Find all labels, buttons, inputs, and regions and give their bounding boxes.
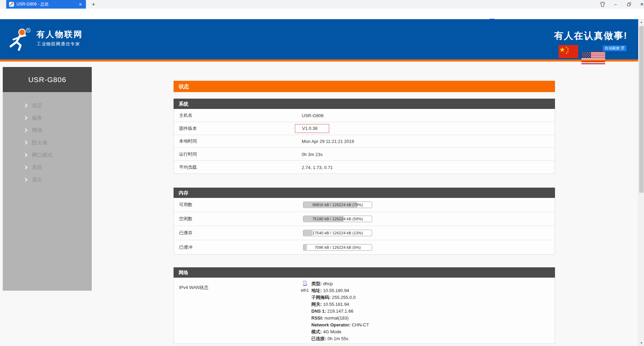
system-section-header: 系统 bbox=[174, 99, 555, 109]
browser-tab[interactable]: USR-G806 - 总览 ✕ bbox=[6, 0, 86, 9]
sidebar-item-services[interactable]: 服务 bbox=[3, 112, 92, 124]
restore-icon bbox=[627, 2, 631, 7]
tab-title: USR-G806 - 总览 bbox=[16, 1, 78, 7]
tab-close-icon[interactable]: ✕ bbox=[78, 2, 83, 7]
table-row-uptime: 运行时间 0h 3m 23s bbox=[174, 148, 555, 161]
sidebar: USR-G806 状态 服务 网络 防火墙 网口模式 系统 退出 bbox=[3, 67, 92, 291]
memory-progress-bar: 75180 kB / 126224 kB (59%) bbox=[303, 216, 372, 222]
memory-progress-bar: 7096 kB / 126224 kB (5%) bbox=[303, 244, 372, 250]
memory-section-header: 内存 bbox=[174, 188, 555, 198]
chevron-right-icon bbox=[23, 165, 27, 169]
device-name: USR-G806 bbox=[3, 67, 92, 92]
main-content: 状态 系统 主机名 USR-G806 固件版本 V1.0.38 本地时间 Mon… bbox=[174, 0, 555, 346]
site-favicon bbox=[9, 2, 14, 7]
ethernet-icon bbox=[302, 280, 308, 286]
auto-refresh-toggle[interactable]: 自动刷新 开 bbox=[603, 45, 626, 51]
memory-progress-bar: 99816 kB / 126224 kB (79%) bbox=[303, 202, 372, 208]
sidebar-item-status[interactable]: 状态 bbox=[3, 99, 92, 112]
table-row-mem-buffered: 已缓冲 7096 kB / 126224 kB (5%) bbox=[174, 240, 555, 254]
sidebar-item-port-mode[interactable]: 网口模式 bbox=[3, 149, 92, 161]
svg-text:R: R bbox=[27, 29, 29, 32]
page-title: 状态 bbox=[174, 81, 555, 92]
table-row-mem-cached: 已缓存 17540 kB / 126224 kB (13%) bbox=[174, 226, 555, 240]
skin-theme-button[interactable] bbox=[597, 0, 608, 9]
shirt-icon bbox=[600, 2, 606, 7]
page-scrollbar[interactable]: ▲ ▼ bbox=[638, 19, 644, 346]
window-close-button[interactable]: ✕ bbox=[636, 0, 644, 9]
table-row-firmware: 固件版本 V1.0.38 bbox=[174, 122, 555, 135]
table-row-hostname: 主机名 USR-G806 bbox=[174, 109, 555, 122]
us-flag-icon[interactable] bbox=[581, 52, 605, 64]
brand-title: 有人物联网 bbox=[36, 29, 83, 40]
window-restore-button[interactable] bbox=[623, 0, 634, 9]
chevron-right-icon bbox=[23, 153, 27, 157]
chevron-right-icon bbox=[23, 103, 27, 107]
chevron-right-icon bbox=[23, 178, 27, 181]
table-row-mem-free: 空闲数 75180 kB / 126224 kB (59%) bbox=[174, 212, 555, 226]
chevron-right-icon bbox=[23, 128, 27, 132]
memory-section: 内存 可用数 99816 kB / 126224 kB (79%) 空闲数 75… bbox=[174, 188, 555, 255]
svg-text:★: ★ bbox=[565, 52, 567, 55]
chevron-right-icon bbox=[23, 141, 27, 144]
table-row-load-average: 平均负载 2.74, 1.73, 0.71 bbox=[174, 161, 555, 174]
wan-details: 类型: dhcp 地址: 10.55.180.94 子网掩码: 255.255.… bbox=[311, 280, 369, 342]
system-section: 系统 主机名 USR-G806 固件版本 V1.0.38 本地时间 Mon Ap… bbox=[174, 99, 555, 174]
scroll-up-arrow[interactable]: ▲ bbox=[639, 19, 644, 25]
interface-name: eth1 bbox=[300, 288, 310, 293]
memory-progress-bar: 17540 kB / 126224 kB (13%) bbox=[303, 230, 372, 236]
scrollbar-thumb[interactable] bbox=[639, 26, 644, 193]
window-minimize-button[interactable]: – bbox=[610, 0, 621, 9]
network-section: 网络 IPv4 WAN状态 eth1 类型: dhcp 地址: 10.55.18… bbox=[174, 267, 555, 344]
sidebar-item-logout[interactable]: 退出 bbox=[3, 174, 92, 186]
sidebar-menu: 状态 服务 网络 防火墙 网口模式 系统 退出 bbox=[3, 92, 92, 291]
wan-interface: eth1 bbox=[300, 280, 310, 293]
table-row-ipv4-wan: IPv4 WAN状态 eth1 类型: dhcp 地址: 10.55.180.9… bbox=[174, 278, 555, 344]
network-section-header: 网络 bbox=[174, 267, 555, 278]
firmware-version-highlight: V1.0.38 bbox=[295, 124, 329, 133]
new-tab-button[interactable]: + bbox=[89, 0, 98, 9]
sidebar-item-network[interactable]: 网络 bbox=[3, 124, 92, 136]
table-row-mem-available: 可用数 99816 kB / 126224 kB (79%) bbox=[174, 198, 555, 212]
china-flag-icon[interactable]: ★ ★ ★ ★ ★ bbox=[556, 45, 580, 58]
sidebar-item-firewall[interactable]: 防火墙 bbox=[3, 136, 92, 149]
svg-text:★: ★ bbox=[559, 46, 565, 53]
table-row-local-time: 本地时间 Mon Apr 29 11:21:21 2019 bbox=[174, 135, 555, 148]
brand-subtitle: 工业物联网通信专家 bbox=[37, 41, 80, 47]
sidebar-item-system[interactable]: 系统 bbox=[3, 161, 92, 174]
usr-logo-icon: R bbox=[8, 27, 32, 52]
chevron-right-icon bbox=[23, 116, 27, 120]
header-slogan: 有人在认真做事! bbox=[554, 30, 628, 42]
scroll-down-arrow[interactable]: ▼ bbox=[639, 340, 644, 346]
